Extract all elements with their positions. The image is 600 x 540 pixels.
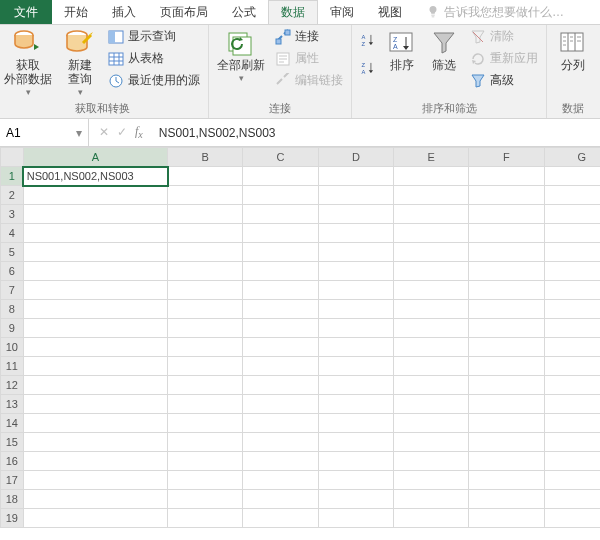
cell-C18[interactable] bbox=[243, 490, 318, 509]
cell-C7[interactable] bbox=[243, 281, 318, 300]
btn-external-data[interactable]: 获取 外部数据 ▾ bbox=[2, 27, 54, 97]
cell-E13[interactable] bbox=[394, 395, 469, 414]
cell-D4[interactable] bbox=[318, 224, 393, 243]
btn-edit-links[interactable]: 编辑链接 bbox=[273, 71, 345, 90]
cell-D6[interactable] bbox=[318, 262, 393, 281]
cell-E5[interactable] bbox=[394, 243, 469, 262]
cell-B6[interactable] bbox=[168, 262, 243, 281]
row-header-18[interactable]: 18 bbox=[1, 490, 24, 509]
cell-A7[interactable] bbox=[23, 281, 167, 300]
cell-C10[interactable] bbox=[243, 338, 318, 357]
btn-clear-filter[interactable]: 清除 bbox=[468, 27, 540, 46]
row-header-8[interactable]: 8 bbox=[1, 300, 24, 319]
cell-C16[interactable] bbox=[243, 452, 318, 471]
col-header-F[interactable]: F bbox=[469, 148, 544, 167]
row-header-10[interactable]: 10 bbox=[1, 338, 24, 357]
tab-review[interactable]: 审阅 bbox=[318, 0, 366, 24]
cell-D18[interactable] bbox=[318, 490, 393, 509]
cell-C6[interactable] bbox=[243, 262, 318, 281]
cell-A16[interactable] bbox=[23, 452, 167, 471]
cell-E16[interactable] bbox=[394, 452, 469, 471]
accept-formula-icon[interactable]: ✓ bbox=[117, 125, 127, 139]
tab-home[interactable]: 开始 bbox=[52, 0, 100, 24]
row-header-1[interactable]: 1 bbox=[1, 167, 24, 186]
cell-B5[interactable] bbox=[168, 243, 243, 262]
row-header-5[interactable]: 5 bbox=[1, 243, 24, 262]
col-header-C[interactable]: C bbox=[243, 148, 318, 167]
cell-A8[interactable] bbox=[23, 300, 167, 319]
select-all-corner[interactable] bbox=[1, 148, 24, 167]
cell-B18[interactable] bbox=[168, 490, 243, 509]
cell-B8[interactable] bbox=[168, 300, 243, 319]
row-header-7[interactable]: 7 bbox=[1, 281, 24, 300]
cell-F16[interactable] bbox=[469, 452, 544, 471]
tab-insert[interactable]: 插入 bbox=[100, 0, 148, 24]
row-header-17[interactable]: 17 bbox=[1, 471, 24, 490]
cell-B11[interactable] bbox=[168, 357, 243, 376]
cell-F3[interactable] bbox=[469, 205, 544, 224]
cell-E15[interactable] bbox=[394, 433, 469, 452]
cell-A6[interactable] bbox=[23, 262, 167, 281]
cell-D12[interactable] bbox=[318, 376, 393, 395]
btn-sort-asc[interactable]: AZ bbox=[358, 27, 378, 53]
col-header-D[interactable]: D bbox=[318, 148, 393, 167]
cell-D7[interactable] bbox=[318, 281, 393, 300]
cell-G18[interactable] bbox=[544, 490, 600, 509]
btn-new-query[interactable]: 新建 查询 ▾ bbox=[60, 27, 100, 97]
tab-data[interactable]: 数据 bbox=[268, 0, 318, 24]
name-box-input[interactable] bbox=[0, 126, 70, 140]
cell-G7[interactable] bbox=[544, 281, 600, 300]
cell-E14[interactable] bbox=[394, 414, 469, 433]
cell-B9[interactable] bbox=[168, 319, 243, 338]
col-header-A[interactable]: A bbox=[23, 148, 167, 167]
btn-recent-sources[interactable]: 最近使用的源 bbox=[106, 71, 202, 90]
tab-page-layout[interactable]: 页面布局 bbox=[148, 0, 220, 24]
row-header-16[interactable]: 16 bbox=[1, 452, 24, 471]
row-header-12[interactable]: 12 bbox=[1, 376, 24, 395]
cell-F7[interactable] bbox=[469, 281, 544, 300]
btn-connections[interactable]: 连接 bbox=[273, 27, 345, 46]
cell-B19[interactable] bbox=[168, 509, 243, 528]
cell-A19[interactable] bbox=[23, 509, 167, 528]
cell-A1[interactable]: NS001,NS002,NS003 bbox=[23, 167, 167, 186]
cell-F9[interactable] bbox=[469, 319, 544, 338]
cell-B14[interactable] bbox=[168, 414, 243, 433]
formula-input[interactable] bbox=[153, 126, 600, 140]
col-header-E[interactable]: E bbox=[394, 148, 469, 167]
cell-G2[interactable] bbox=[544, 186, 600, 205]
fx-icon[interactable]: fx bbox=[135, 124, 143, 140]
cell-G15[interactable] bbox=[544, 433, 600, 452]
tab-view[interactable]: 视图 bbox=[366, 0, 414, 24]
btn-show-queries[interactable]: 显示查询 bbox=[106, 27, 202, 46]
cell-A17[interactable] bbox=[23, 471, 167, 490]
cell-E11[interactable] bbox=[394, 357, 469, 376]
cell-C15[interactable] bbox=[243, 433, 318, 452]
cell-B12[interactable] bbox=[168, 376, 243, 395]
cell-A9[interactable] bbox=[23, 319, 167, 338]
cell-C14[interactable] bbox=[243, 414, 318, 433]
btn-from-table[interactable]: 从表格 bbox=[106, 49, 202, 68]
cell-B4[interactable] bbox=[168, 224, 243, 243]
cell-G8[interactable] bbox=[544, 300, 600, 319]
cell-D13[interactable] bbox=[318, 395, 393, 414]
spreadsheet-grid[interactable]: ABCDEFG1NS001,NS002,NS003234567891011121… bbox=[0, 147, 600, 540]
cell-E3[interactable] bbox=[394, 205, 469, 224]
cell-D2[interactable] bbox=[318, 186, 393, 205]
cell-C3[interactable] bbox=[243, 205, 318, 224]
tab-file[interactable]: 文件 bbox=[0, 0, 52, 24]
cell-A14[interactable] bbox=[23, 414, 167, 433]
cell-E1[interactable] bbox=[394, 167, 469, 186]
tab-formulas[interactable]: 公式 bbox=[220, 0, 268, 24]
cell-B13[interactable] bbox=[168, 395, 243, 414]
cell-G6[interactable] bbox=[544, 262, 600, 281]
cell-A11[interactable] bbox=[23, 357, 167, 376]
cell-D8[interactable] bbox=[318, 300, 393, 319]
cell-C19[interactable] bbox=[243, 509, 318, 528]
cell-D11[interactable] bbox=[318, 357, 393, 376]
cell-G19[interactable] bbox=[544, 509, 600, 528]
cell-D1[interactable] bbox=[318, 167, 393, 186]
cell-E7[interactable] bbox=[394, 281, 469, 300]
row-header-6[interactable]: 6 bbox=[1, 262, 24, 281]
row-header-19[interactable]: 19 bbox=[1, 509, 24, 528]
row-header-13[interactable]: 13 bbox=[1, 395, 24, 414]
